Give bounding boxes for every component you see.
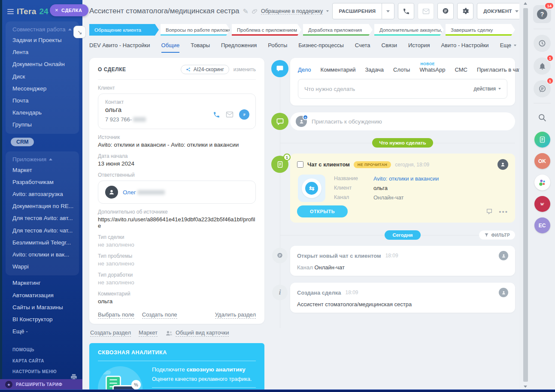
sidebar-item-crm[interactable]: CRM — [11, 138, 34, 146]
composer-tab-whatsapp[interactable]: НОВОЕWhatsApp — [419, 66, 445, 73]
stage-app-problem[interactable]: Проблема с приложением — [232, 24, 301, 36]
more-actions-icon[interactable]: ••• — [499, 208, 508, 215]
responsible-card[interactable]: Олег — [98, 181, 256, 204]
open-chat-button[interactable]: ОТКРЫТЬ — [297, 205, 348, 217]
phone-button[interactable] — [398, 3, 414, 19]
sidebar-item-telegram[interactable]: Безлимитный Telegr... — [6, 237, 79, 249]
stage-app-improvement[interactable]: Доработка приложения — [303, 24, 373, 36]
chat-icon[interactable] — [239, 109, 249, 120]
app-ec-shortcut[interactable]: EC — [534, 217, 550, 233]
select-field-link[interactable]: Выбрать поле — [98, 311, 134, 319]
sidebar-item-marketing[interactable]: Маркетинг — [2, 277, 82, 289]
scrollbar-thumb[interactable] — [523, 8, 528, 382]
sidebar-item-rest-docs[interactable]: Документация по RE... — [6, 200, 79, 212]
messages-button[interactable]: 1 — [534, 80, 551, 97]
tab-history[interactable]: История — [408, 42, 430, 53]
sidebar-item-avito-test-chat[interactable]: Для тестов Avito: чат... — [6, 225, 79, 237]
filter-button[interactable]: ФИЛЬТР — [479, 231, 516, 240]
mail-icon[interactable] — [226, 111, 234, 118]
composer-tab-sms[interactable]: СМС — [455, 66, 467, 73]
ai-scoring-button[interactable]: AI24-скоринг — [181, 65, 229, 74]
sidebar-section-title-collaboration[interactable]: Совместная работа — [6, 23, 79, 34]
problem-type-value[interactable]: не заполнено — [98, 260, 256, 267]
tab-invoices[interactable]: Счета — [355, 42, 370, 53]
tab-bizproc[interactable]: Бизнес-процессы — [298, 42, 343, 53]
extensions-button[interactable]: РАСШИРЕНИЯ — [332, 3, 394, 19]
sidebar-link-help[interactable]: ПОМОЩЬ — [2, 344, 82, 356]
sidebar-item-groups[interactable]: Группы — [6, 119, 79, 131]
sidebar-section-title-apps[interactable]: Приложения — [6, 153, 79, 164]
note-icon[interactable] — [486, 208, 493, 215]
today-pill[interactable]: Сегодня — [385, 230, 420, 240]
sidebar-item-avito-autoload[interactable]: Avito: автозагрузка — [6, 188, 79, 200]
composer-tab-comment[interactable]: Комментарий — [321, 66, 356, 73]
comment-value[interactable]: ольга — [98, 298, 256, 305]
search-button[interactable] — [534, 109, 551, 126]
sidebar-item-avito-test-auto[interactable]: Для тестов Avito: авт... — [6, 212, 79, 224]
settings-gear-button[interactable] — [457, 3, 473, 19]
sidebar-item-tasks[interactable]: Задачи и Проекты — [6, 34, 79, 46]
todo-input[interactable]: Что нужно сделать действия — [298, 79, 507, 99]
extensions-dropdown[interactable] — [382, 3, 394, 19]
history-clock-button[interactable] — [534, 35, 551, 52]
sidebar-item-wappi[interactable]: Wappi — [6, 261, 79, 273]
todo-pill[interactable]: Что нужно сделать — [372, 138, 433, 148]
tab-relations[interactable]: Связи — [382, 42, 397, 53]
invite-discussion-input[interactable]: + Пригласить к обсуждению — [290, 112, 515, 130]
app-ok-shortcut[interactable]: OK — [534, 153, 550, 169]
sidebar-item-disk[interactable]: Диск — [6, 71, 79, 83]
sidebar-item-sites[interactable]: Сайты и Магазины — [2, 302, 82, 314]
sidebar-item-feed[interactable]: Лента — [6, 46, 79, 58]
delete-section-link[interactable]: Удалить раздел — [215, 311, 256, 319]
logo-text[interactable]: ITera — [17, 7, 36, 16]
sidebar-item-mail[interactable]: Почта — [6, 95, 79, 107]
deal-tag-link[interactable]: Обращение в поддержку — [261, 8, 323, 15]
deal-filter-pill[interactable]: × СДЕЛКА — [50, 4, 88, 16]
edit-link[interactable]: изменить — [234, 66, 256, 72]
hamburger-menu-icon[interactable] — [7, 9, 14, 14]
stage-app-questions[interactable]: Вопросы по работе приложе... — [161, 24, 230, 36]
collapse-sidebar-button[interactable]: ↘ — [73, 26, 86, 38]
tab-dev-avito-settings[interactable]: DEV Авито - Настройки — [89, 42, 150, 53]
sidebar-link-sitemap[interactable]: КАРТА САЙТА — [2, 356, 82, 367]
sidebar-item-more[interactable]: Ещё - — [2, 326, 82, 338]
chat-name-link[interactable]: Avito: отклики и вакансии — [373, 175, 439, 182]
composer-tab-activity[interactable]: Дело — [298, 66, 311, 73]
tab-general[interactable]: Общие — [161, 42, 180, 53]
create-section-link[interactable]: Создать раздел — [90, 329, 131, 337]
help-button[interactable]: ? 14 — [533, 5, 551, 23]
sidebar-item-developers[interactable]: Разработчикам — [6, 176, 79, 188]
tab-more[interactable]: Еще — [500, 42, 516, 53]
sidebar-item-calendar[interactable]: Календарь — [6, 107, 79, 119]
email-button[interactable] — [418, 3, 434, 19]
market-link[interactable]: Маркет — [139, 329, 158, 337]
call-icon[interactable] — [213, 111, 220, 118]
stage-extra-accounts[interactable]: Дополнительные аккаунты, л... — [374, 24, 444, 36]
card-view-link-group[interactable]: Общий вид карточки — [165, 329, 229, 337]
sidebar-item-bi[interactable]: BI Конструктор — [2, 314, 82, 326]
scroll-down-arrow[interactable] — [524, 386, 527, 388]
sidebar-item-docs-online[interactable]: Документы Онлайн — [6, 58, 79, 70]
client-card[interactable]: Контакт ольга 7 923 766- — [98, 93, 256, 129]
app-red-shortcut[interactable]: ᴡ — [534, 196, 550, 212]
document-button[interactable]: ДОКУМЕНТ — [477, 3, 519, 19]
paperclip-icon[interactable] — [252, 9, 258, 14]
sidebar-item-avito-responses[interactable]: Avito: отклики и вак... — [6, 249, 79, 261]
sidebar-item-automation[interactable]: Автоматизация — [2, 289, 82, 302]
app-doc-shortcut[interactable] — [534, 132, 550, 148]
scroll-up-arrow[interactable] — [524, 2, 527, 5]
tab-products[interactable]: Товары — [191, 42, 210, 53]
tab-avito-settings[interactable]: Авито - Настройки — [441, 42, 488, 53]
chat-card-checkbox[interactable] — [297, 161, 303, 168]
openlines-chat-button[interactable] — [437, 3, 454, 19]
responsible-name[interactable]: Олег — [123, 189, 165, 196]
actions-dropdown[interactable]: действия — [474, 86, 501, 92]
deal-type-value[interactable]: не заполнено — [98, 241, 256, 248]
composer-tab-slots[interactable]: Слоты — [393, 66, 410, 73]
edit-title-icon[interactable]: ✎ — [243, 7, 249, 15]
page-scrollbar[interactable] — [523, 2, 528, 388]
app-avito-shortcut[interactable] — [534, 175, 550, 190]
start-date-value[interactable]: 13 июня 2024 — [98, 160, 256, 167]
stage-close-deal[interactable]: Завершить сделку — [446, 24, 515, 36]
close-icon[interactable]: × — [55, 8, 58, 12]
